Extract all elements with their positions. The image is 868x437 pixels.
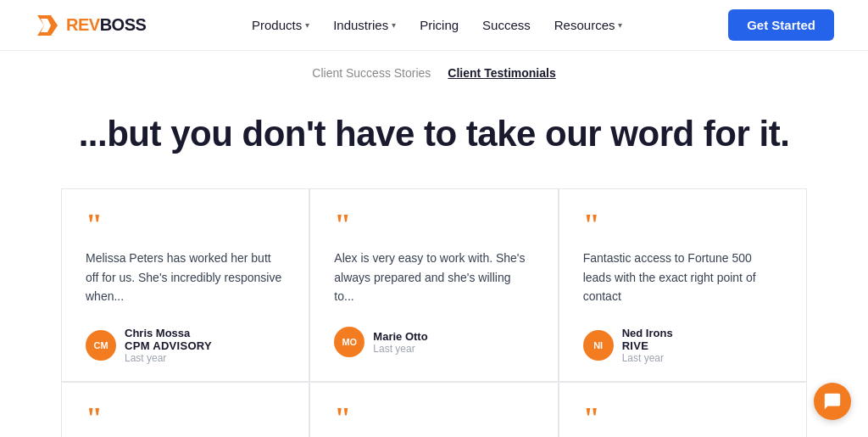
author-name: Marie Otto: [373, 330, 427, 343]
get-started-button[interactable]: Get Started: [728, 9, 834, 41]
quote-icon: ": [583, 210, 782, 240]
chevron-down-icon: ▾: [305, 20, 309, 30]
quote-icon: ": [334, 403, 533, 434]
testimonial-text: Fantastic access to Fortune 500 leads wi…: [583, 249, 782, 310]
testimonial-author: MO Marie Otto Last year: [334, 327, 533, 357]
avatar: MO: [334, 327, 364, 357]
nav-products[interactable]: Products ▾: [252, 18, 309, 32]
hero-section: ...but you don't have to take our word f…: [0, 88, 868, 188]
testimonial-card: " Melissa Peters has worked her butt off…: [61, 188, 309, 382]
testimonial-author: CM Chris Mossa CPM Advisory Last year: [86, 327, 285, 364]
author-time: Last year: [373, 343, 427, 355]
testimonial-card: " Gigi is kickass DW Dani Wise: [559, 382, 807, 437]
quote-icon: ": [583, 403, 782, 434]
author-info: Chris Mossa CPM Advisory Last year: [125, 327, 212, 364]
author-time: Last year: [622, 352, 673, 364]
navbar: REVBOSS Products ▾ Industries ▾ Pricing …: [0, 0, 868, 51]
chat-icon: [823, 392, 842, 411]
breadcrumb-testimonials[interactable]: Client Testimonials: [448, 66, 555, 80]
chat-widget-button[interactable]: [814, 383, 851, 420]
testimonial-card: " I LOVE THE PARTNERSHIP AND SYNERGY WIT…: [309, 382, 558, 437]
author-name: Ned Irons: [622, 327, 673, 339]
testimonial-text: Alex is very easy to work with. She's al…: [334, 249, 533, 310]
nav-pricing[interactable]: Pricing: [420, 18, 459, 32]
author-name: Chris Mossa: [125, 327, 212, 339]
author-info: Ned Irons RIVE Last year: [622, 327, 673, 364]
testimonials-grid: " Melissa Peters has worked her butt off…: [27, 188, 841, 437]
avatar: NI: [583, 330, 614, 361]
author-info: Marie Otto Last year: [373, 330, 427, 355]
testimonial-author: NI Ned Irons RIVE Last year: [583, 327, 782, 364]
page-title: ...but you don't have to take our word f…: [51, 114, 817, 154]
avatar: CM: [86, 330, 116, 361]
quote-icon: ": [86, 210, 285, 240]
chevron-down-icon: ▾: [618, 20, 622, 30]
author-company: RIVE: [622, 339, 673, 352]
breadcrumb: Client Success Stories Client Testimonia…: [0, 51, 868, 88]
logo[interactable]: REVBOSS: [34, 12, 146, 39]
nav-industries[interactable]: Industries ▾: [333, 18, 396, 32]
nav-success[interactable]: Success: [482, 18, 531, 32]
nav-links: Products ▾ Industries ▾ Pricing Success …: [252, 18, 623, 32]
quote-icon: ": [86, 403, 285, 434]
quote-icon: ": [334, 210, 533, 240]
testimonial-card: " Fantastic access to Fortune 500 leads …: [559, 188, 807, 382]
testimonial-text: Melissa Peters has worked her butt off f…: [86, 249, 285, 310]
chevron-down-icon: ▾: [392, 20, 396, 30]
author-company: CPM Advisory: [125, 339, 212, 352]
breadcrumb-success-stories[interactable]: Client Success Stories: [312, 66, 431, 80]
nav-resources[interactable]: Resources ▾: [554, 18, 623, 32]
testimonial-card: " Just a great service and great people …: [61, 382, 309, 437]
logo-icon: [34, 12, 61, 39]
testimonial-card: " Alex is very easy to work with. She's …: [309, 188, 558, 382]
logo-text: REVBOSS: [66, 15, 146, 35]
author-time: Last year: [125, 352, 212, 364]
